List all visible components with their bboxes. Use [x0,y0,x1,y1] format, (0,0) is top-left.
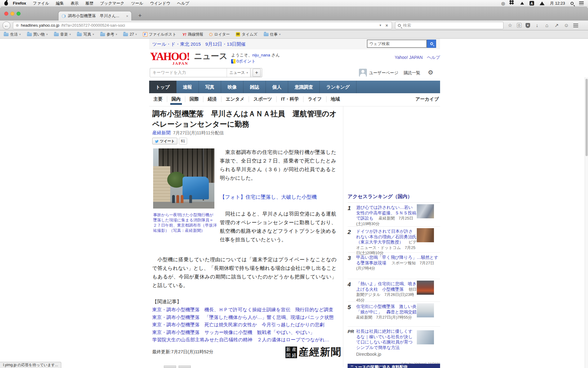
user-page-link[interactable]: ユーザーページ [369,70,398,76]
keyword-category-dropdown[interactable]: ニュース▾ [227,68,250,77]
sub-nav-tab[interactable]: スポーツ [249,96,277,102]
ranking-thumbnail[interactable] [417,204,434,218]
creative-cloud-icon[interactable]: ◎ [501,1,505,6]
ghostery-icon[interactable]: ☺ [564,23,569,28]
bookmark-reuters[interactable]: ロイター [209,32,230,37]
menubar-menu-item[interactable]: 履歴 [85,1,93,6]
sub-nav-tab[interactable]: ライフ [303,96,326,102]
downloads-icon[interactable]: ↓ [534,23,540,28]
paid-content-teaser[interactable]: ニュースの深層に迫る 有料配信 [348,364,440,368]
antenna-icon[interactable] [520,2,524,5]
web-search-button[interactable] [427,40,436,48]
menubar-menu-item[interactable]: ウインドウ [150,1,171,6]
sub-nav-tab[interactable]: 経済 [203,96,221,102]
home-icon[interactable]: ⌂ [544,23,550,28]
input-source-icon[interactable]: A [530,1,534,6]
menubar-menu-item[interactable]: 編集 [56,1,64,6]
related-article-link[interactable]: 東京・調布小型機墜落 「墜落した機体から人が…」響く悲鳴、現場はパニック状態 [152,314,340,321]
sub-nav-tab[interactable]: IT・科学 [277,96,303,102]
main-nav-tab[interactable]: 個人 [266,81,288,93]
related-article-link[interactable]: 東京・調布小型機墜落 死亡は焼失民家の女性か 今月引っ越したばかりの悲劇 [152,321,340,329]
menubar-clock[interactable]: 月 12:23 [550,1,565,6]
news-service-logo[interactable]: ニュース [194,52,228,61]
yahoo-portal-link[interactable]: Yahoo! JAPAN [395,55,423,60]
add-keyword-button[interactable]: + [253,69,261,77]
main-nav-tab[interactable]: 写真 [199,81,221,93]
bookmark-folder-work[interactable]: 仕事▾ [264,32,281,37]
gear-icon[interactable]: ⚙ [428,69,433,76]
bookmark-folder[interactable]: 買い物▾ [27,32,48,37]
pr-thumbnail[interactable] [417,330,434,344]
related-article-link[interactable]: 学習院大生の山岳部主将みせた自己犠牲の精神 ２人の遺体はロープでつながれ… [152,336,340,344]
cutoff-button[interactable] [179,366,191,368]
photo-caption-link[interactable]: 事故から一夜明けた小型飛行機が墜落した現場に集まる消防隊員＝２７日午前、東京都調… [153,212,217,233]
tab-close-icon[interactable]: × [126,14,128,18]
bookmark-star-icon[interactable]: ☆ [507,22,513,28]
extension-shield-icon[interactable]: ▼ [526,23,530,28]
sub-nav-tab[interactable]: 国際 [185,96,203,102]
username-link[interactable]: niju_nana [252,53,270,57]
browser-tab[interactable]: 調布小型機墜落 早川さん... × [58,11,132,21]
bookmark-folder[interactable]: 27▾ [123,32,137,37]
scrollbar-thumb[interactable] [586,79,588,156]
menubar-menu-item[interactable]: ファイル [33,1,49,6]
bookmark-folder[interactable]: 写真▾ [77,32,94,37]
keyword-search-input[interactable]: キーワードを入力 [150,68,227,77]
sub-nav-tab[interactable]: 地域 [326,96,344,102]
site-identity-icon[interactable]: ⊕ [16,23,19,28]
tweet-button[interactable]: ツイート [152,138,177,144]
share-icon[interactable]: ↗ [554,22,560,28]
article-photo[interactable] [153,148,214,209]
pr-ad-link[interactable]: 社長は社員に絶対に優しくするな｜稼いでいる社長が決して口にしない右腕社員が育つシ… [356,329,413,350]
menubar-menu-item[interactable]: 表示 [71,1,79,6]
avatar[interactable] [359,69,367,77]
bookmark-folder[interactable]: 生活▾ [4,32,21,37]
zoom-window-button[interactable] [17,12,21,16]
extension-jibox-icon[interactable]: 自 [517,23,522,28]
main-nav-tab[interactable]: 速報 [176,81,199,93]
dropbox-icon[interactable] [511,0,514,2]
bookmark-transit[interactable]: Y!路線情報 [182,32,203,37]
close-window-button[interactable] [4,12,8,16]
ranking-link[interactable]: 住宅街に小型機墜落 激しい炎「娘が中に」 轟音と悲鳴交錯 [356,304,417,314]
points-link[interactable]: 0ポイント [236,59,256,64]
sub-nav-tab[interactable]: エンタメ [221,96,249,102]
ranking-thumbnail[interactable] [417,281,434,295]
wifi-icon[interactable] [540,2,545,5]
new-tab-button[interactable]: + [136,12,144,20]
notification-center-icon[interactable] [579,2,584,5]
bookmark-folder[interactable]: 参考▾ [100,32,117,37]
back-button[interactable]: ← [2,21,10,29]
help-link[interactable]: ヘルプ [427,55,440,60]
url-dropdown-icon[interactable]: ▾ [378,23,383,27]
related-article-link[interactable]: 東京・調布小型機墜落 機長、ＨＰで許可なく操縦士訓練を宣伝 飛行目的など調査 [152,306,340,314]
yahoo-japan-logo[interactable]: YAHOO! JAPAN [150,51,190,63]
bookmark-folder[interactable]: 音楽▾ [54,32,71,37]
sub-nav-tab[interactable]: 主要 [149,96,167,102]
related-article-link[interactable]: 東京・調布小型機墜落 サッカー映像に小型機 観戦者「やばい、やばい」 [152,329,340,336]
bookmark-filepost[interactable]: Fファイルポスト [143,32,176,37]
scrollbar[interactable] [585,77,588,368]
sub-nav-tab[interactable]: 国内 [167,96,185,102]
web-search-input[interactable] [367,40,427,48]
promo-banner-link[interactable]: ツール・ド・東北 2015 9月12日・13日開催 [152,41,246,47]
subscriptions-link[interactable]: 購読一覧 [404,70,420,76]
ranking-thumbnail[interactable] [417,303,434,317]
stop-loading-button[interactable]: × [384,23,389,28]
menubar-menu-item[interactable]: ヘルプ [177,1,189,6]
menubar-menu-item[interactable]: ツール [131,1,143,6]
menu-hamburger-icon[interactable] [573,24,578,27]
main-nav-tab[interactable]: トップ [149,81,176,93]
sankei-logo[interactable]: 新産聞経 産經新聞 [285,345,341,359]
ranking-thumbnail[interactable] [417,228,434,242]
main-nav-tab[interactable]: 映像 [221,81,243,93]
apple-logo-icon[interactable] [4,1,8,6]
browser-search-field[interactable]: 検索 [395,22,503,29]
menubar-menu-item[interactable]: ブックマーク [100,1,125,6]
bookmark-times[interactable]: タイムズ [236,32,257,37]
source-link[interactable]: 産経新聞 [152,130,171,135]
cutoff-button[interactable] [164,366,176,368]
spotlight-icon[interactable] [571,2,574,5]
url-bar[interactable]: ⊕ headlines.yahoo.co.jp/hl?a=20150727-00… [13,22,392,29]
main-nav-tab[interactable]: 意識調査 [288,81,320,93]
